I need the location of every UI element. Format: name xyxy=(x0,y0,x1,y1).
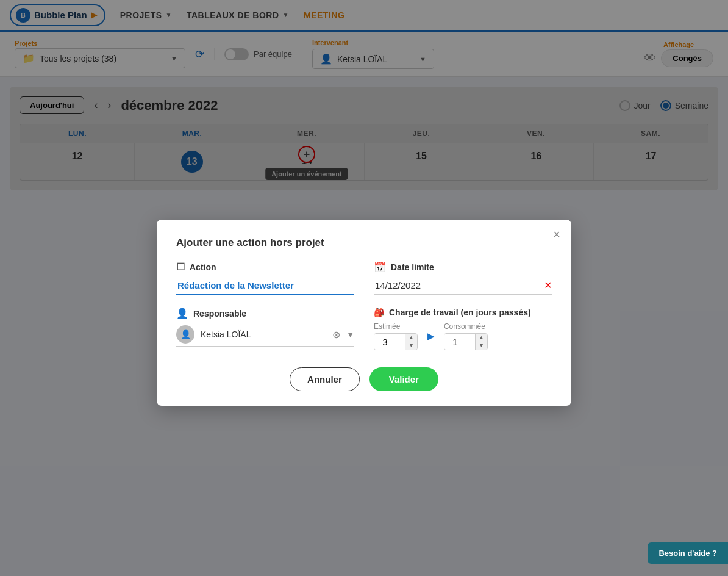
estimee-input[interactable] xyxy=(374,334,405,350)
date-limite-field-group: 📅 Date limite ✕ xyxy=(374,261,552,295)
modal-close-button[interactable]: × xyxy=(553,228,560,240)
estimee-up-button[interactable]: ▲ xyxy=(405,334,417,342)
action-input[interactable] xyxy=(176,276,354,295)
consommee-down-button[interactable]: ▼ xyxy=(476,342,487,350)
workload-title: 🎒 Charge de travail (en jours passés) xyxy=(374,308,552,317)
person-resp-icon: 👤 xyxy=(176,308,188,319)
action-field-group: ☐ Action xyxy=(176,261,354,295)
consommee-spinners: ▲ ▼ xyxy=(475,334,487,350)
estimee-label: Estimée xyxy=(374,322,418,331)
action-label: ☐ Action xyxy=(176,261,354,273)
consommee-up-button[interactable]: ▲ xyxy=(476,334,487,342)
date-limite-label: 📅 Date limite xyxy=(374,261,552,273)
date-clear-button[interactable]: ✕ xyxy=(544,279,552,291)
modal-actions: Annuler Valider xyxy=(176,367,552,391)
modal-overlay: × Ajouter une action hors projet ☐ Actio… xyxy=(0,0,728,576)
checkbox-icon: ☐ xyxy=(176,261,185,273)
consommee-input-wrap: ▲ ▼ xyxy=(444,333,488,350)
responsible-clear-button[interactable]: ⊗ xyxy=(332,329,340,340)
responsible-dropdown-icon[interactable]: ▼ xyxy=(346,330,354,339)
add-action-modal: × Ajouter une action hors projet ☐ Actio… xyxy=(157,220,571,406)
avatar: 👤 xyxy=(176,325,194,344)
workload-inputs: Estimée ▲ ▼ ▶ Consommée xyxy=(374,322,552,350)
workload-separator-icon: ▶ xyxy=(427,331,434,341)
estimee-field: Estimée ▲ ▼ xyxy=(374,322,418,350)
responsible-name: Ketsia LOÏAL xyxy=(201,329,326,339)
date-input-wrap: ✕ xyxy=(374,276,552,295)
modal-form-grid: ☐ Action 📅 Date limite ✕ 👤 xyxy=(176,261,552,350)
valider-button[interactable]: Valider xyxy=(369,367,438,391)
modal-title: Ajouter une action hors projet xyxy=(176,237,552,249)
consommee-input[interactable] xyxy=(444,334,475,350)
annuler-button[interactable]: Annuler xyxy=(290,367,360,391)
responsible-wrap: 👤 Ketsia LOÏAL ⊗ ▼ xyxy=(176,323,354,347)
responsable-label: 👤 Responsable xyxy=(176,308,354,319)
workload-section: 🎒 Charge de travail (en jours passés) Es… xyxy=(374,308,552,350)
bag-icon: 🎒 xyxy=(374,308,384,317)
estimee-input-wrap: ▲ ▼ xyxy=(374,333,418,350)
consommee-label: Consommée xyxy=(444,322,488,331)
help-button[interactable]: Besoin d'aide ? xyxy=(648,542,728,564)
consommee-field: Consommée ▲ ▼ xyxy=(444,322,488,350)
estimee-spinners: ▲ ▼ xyxy=(405,334,417,350)
calendar-icon: 📅 xyxy=(374,261,386,273)
responsable-field-group: 👤 Responsable 👤 Ketsia LOÏAL ⊗ ▼ xyxy=(176,308,354,350)
date-input[interactable] xyxy=(374,276,544,294)
estimee-down-button[interactable]: ▼ xyxy=(405,342,417,350)
